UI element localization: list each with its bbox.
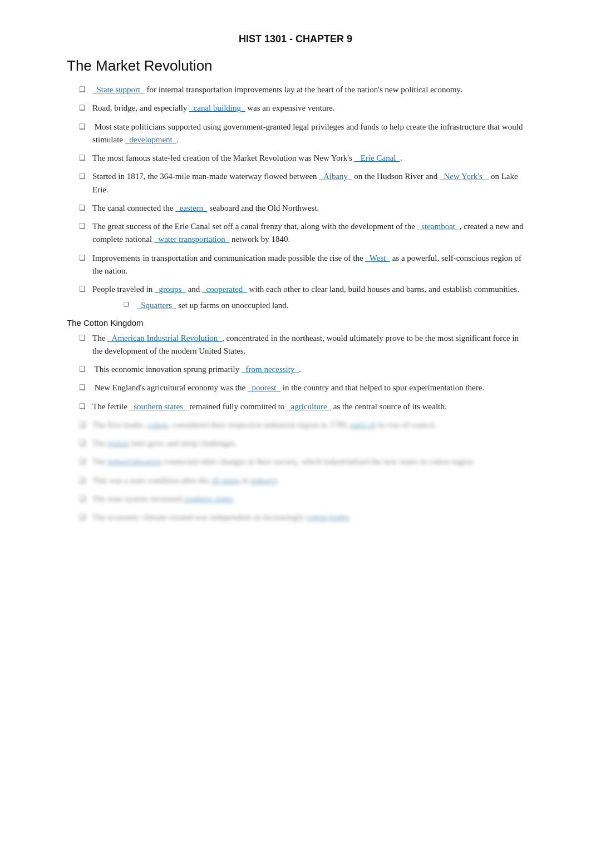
blurred-link7: southern states xyxy=(184,494,233,503)
text-content: The fertile _southern states_ remained f… xyxy=(92,402,446,411)
section1-list: _State support_ for internal transportat… xyxy=(67,83,524,313)
list-item: The _American Industrial Revolution_, co… xyxy=(83,332,524,358)
list-item: Road, bridge, and especially _canal buil… xyxy=(83,102,524,115)
section2-list: The _American Industrial Revolution_, co… xyxy=(67,332,524,524)
text-content: The state system increased southern stat… xyxy=(92,494,235,503)
sub-list: _Squatters_ set up farms on unoccupied l… xyxy=(92,299,524,312)
southern-states-link[interactable]: _southern states_ xyxy=(130,402,188,411)
text-content: Most state politicians supported using g… xyxy=(92,122,523,144)
steamboat-link[interactable]: _steamboat_ xyxy=(417,222,460,231)
state-support-link[interactable]: _State support_ xyxy=(92,85,145,94)
list-item: The canal connected the _eastern_ seaboa… xyxy=(83,202,524,215)
text-content: The industrialization connected other ch… xyxy=(92,457,475,466)
cooperated-link[interactable]: _cooperated_ xyxy=(202,285,247,294)
water-transportation-link[interactable]: _water transportation_ xyxy=(154,235,229,244)
text-content: New England's agricultural economy was t… xyxy=(92,383,484,392)
blurred-link8: cotton trades xyxy=(306,513,349,522)
list-item: Most state politicians supported using g… xyxy=(83,121,524,147)
text-content: _State support_ for internal transportat… xyxy=(92,85,462,94)
text-content: The canal connected the _eastern_ seaboa… xyxy=(92,204,319,212)
list-item: The most famous state-led creation of th… xyxy=(83,152,524,165)
list-item-blurred: The industrialization connected other ch… xyxy=(83,455,524,468)
squatters-link[interactable]: _Squatters_ xyxy=(137,301,176,310)
groups-link[interactable]: _groups_ xyxy=(155,285,186,294)
new-yorks-link[interactable]: _New York's _ xyxy=(440,172,489,181)
text-content: This economic innovation sprung primaril… xyxy=(92,365,301,374)
text-content: The great success of the Erie Canal set … xyxy=(92,222,524,244)
blurred-link4: industrialization xyxy=(107,457,161,466)
from-necessity-link[interactable]: _from necessity_ xyxy=(242,365,299,374)
text-content: This was a state condition after the 18 … xyxy=(92,476,279,485)
list-item: Started in 1817, the 364-mile man-made w… xyxy=(83,170,524,196)
sub-list-item: _Squatters_ set up farms on unoccupied l… xyxy=(126,299,524,312)
list-item-blurred: This was a state condition after the 18 … xyxy=(83,474,524,487)
list-item: People traveled in _groups_ and _coopera… xyxy=(83,283,524,313)
text-content: The _American Industrial Revolution_, co… xyxy=(92,334,519,355)
albany-link[interactable]: _Albany_ xyxy=(319,172,352,181)
eastern-link[interactable]: _eastern_ xyxy=(175,204,207,212)
page-title: HIST 1301 - CHAPTER 9 xyxy=(67,33,524,45)
blurred-link3: region xyxy=(107,439,129,448)
list-item-blurred: The economic climate created was indepen… xyxy=(83,511,524,524)
blurred-link1: cotton xyxy=(147,420,169,429)
text-content: The economic climate created was indepen… xyxy=(92,513,351,522)
list-item: This economic innovation sprung primaril… xyxy=(83,363,524,376)
agriculture-link[interactable]: _agriculture_ xyxy=(287,402,331,411)
west-link[interactable]: _West_ xyxy=(365,254,390,262)
page-container: HIST 1301 - CHAPTER 9 The Market Revolut… xyxy=(67,33,524,524)
text-content: Improvements in transportation and commu… xyxy=(92,254,521,275)
text-content: The most famous state-led creation of th… xyxy=(92,153,402,162)
section2-container: The Cotton Kingdom The _American Industr… xyxy=(67,318,524,524)
list-item: _State support_ for internal transportat… xyxy=(83,83,524,96)
text-content: Started in 1817, the 364-mile man-made w… xyxy=(92,172,518,194)
list-item: Improvements in transportation and commu… xyxy=(83,252,524,278)
list-item-blurred: The state system increased southern stat… xyxy=(83,493,524,505)
poorest-link[interactable]: _poorest_ xyxy=(248,383,280,392)
list-item-blurred: The region later grew and steep challeng… xyxy=(83,437,524,450)
text-content: Road, bridge, and especially _canal buil… xyxy=(92,103,335,112)
text-content: The region later grew and steep challeng… xyxy=(92,439,237,448)
list-item: The fertile _southern states_ remained f… xyxy=(83,400,524,413)
list-item-blurred: The first leader, cotton, considered the… xyxy=(83,419,524,431)
blurred-link2: parts of xyxy=(350,420,375,429)
text-content: People traveled in _groups_ and _coopera… xyxy=(92,285,519,294)
blurred-link5: 18 states xyxy=(211,476,240,485)
list-item: The great success of the Erie Canal set … xyxy=(83,220,524,246)
list-item: New England's agricultural economy was t… xyxy=(83,381,524,394)
american-industrial-revolution-link[interactable]: _American Industrial Revolution_ xyxy=(107,334,222,343)
section1-title: The Market Revolution xyxy=(67,57,524,75)
section2-title: The Cotton Kingdom xyxy=(67,318,524,328)
erie-canal-link[interactable]: _ Erie Canal_ xyxy=(354,153,400,162)
text-content: The first leader, cotton, considered the… xyxy=(92,420,436,429)
text-content: _Squatters_ set up farms on unoccupied l… xyxy=(135,301,289,310)
development-link[interactable]: _development_ xyxy=(125,135,176,144)
canal-building-link[interactable]: _canal building_ xyxy=(189,103,245,112)
blurred-link6: industry xyxy=(250,476,277,485)
